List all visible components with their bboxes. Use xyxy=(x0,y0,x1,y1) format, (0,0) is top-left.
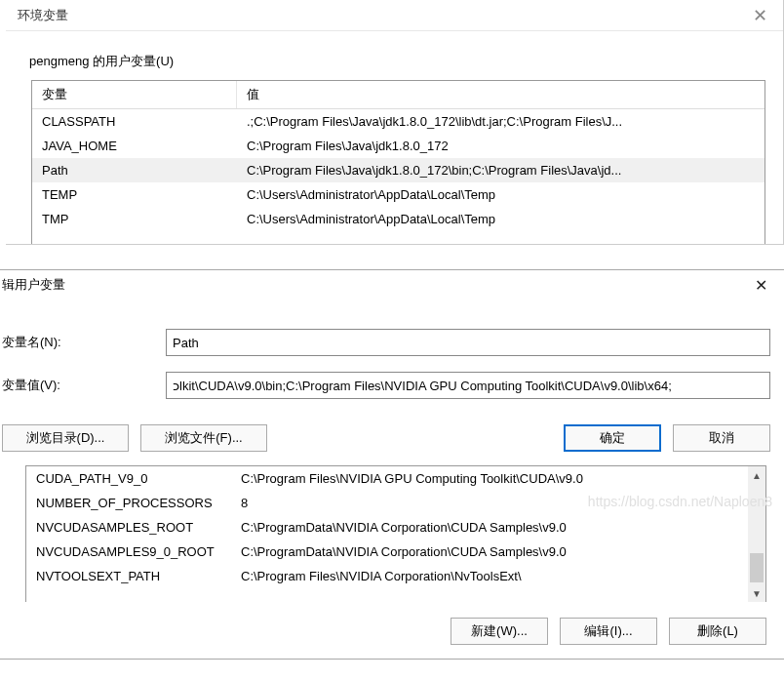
cancel-button[interactable]: 取消 xyxy=(673,424,770,452)
edit-button[interactable]: 编辑(I)... xyxy=(560,618,657,645)
table-row[interactable]: NVTOOLSEXT_PATHC:\Program Files\NVIDIA C… xyxy=(26,564,765,588)
table-row[interactable]: TMPC:\Users\Administrator\AppData\Local\… xyxy=(32,207,764,231)
table-row[interactable]: PathC:\Program Files\Java\jdk1.8.0_172\b… xyxy=(32,158,764,182)
title-bar: 环境变量 ✕ xyxy=(6,0,783,31)
cell-var: CUDA_PATH_V9_0 xyxy=(26,468,231,489)
col-variable[interactable]: 变量 xyxy=(32,81,237,108)
table-row[interactable]: CUDA_PATH_V9_0C:\Program Files\NVIDIA GP… xyxy=(26,466,765,491)
scroll-up-icon[interactable]: ▲ xyxy=(748,466,765,484)
user-vars-group-label: pengmeng 的用户变量(U) xyxy=(6,31,783,80)
scroll-thumb[interactable] xyxy=(750,553,764,582)
table-row[interactable]: CLASSPATH.;C:\Program Files\Java\jdk1.8.… xyxy=(32,109,764,134)
new-button[interactable]: 新建(W)... xyxy=(451,618,548,645)
delete-button[interactable]: 删除(L) xyxy=(669,618,766,645)
browse-dir-button[interactable]: 浏览目录(D)... xyxy=(2,424,129,452)
scrollbar[interactable]: ▲ ▼ xyxy=(748,466,765,602)
cell-val: C:\ProgramData\NVIDIA Corporation\CUDA S… xyxy=(231,541,765,562)
table-row[interactable]: NVCUDASAMPLES9_0_ROOTC:\ProgramData\NVID… xyxy=(26,540,765,564)
cell-var: TMP xyxy=(32,209,237,229)
var-value-label: 变量值(V): xyxy=(0,377,166,394)
cell-var: JAVA_HOME xyxy=(32,136,237,156)
cell-val: C:\Users\Administrator\AppData\Local\Tem… xyxy=(237,184,764,205)
cell-val: C:\Program Files\Java\jdk1.8.0_172 xyxy=(237,136,764,156)
cell-var: Path xyxy=(32,160,237,180)
user-vars-table[interactable]: 变量 值 CLASSPATH.;C:\Program Files\Java\jd… xyxy=(31,80,765,244)
system-vars-table[interactable]: CUDA_PATH_V9_0C:\Program Files\NVIDIA GP… xyxy=(25,465,766,602)
env-vars-dialog: 环境变量 ✕ pengmeng 的用户变量(U) 变量 值 CLASSPATH.… xyxy=(6,0,784,245)
var-name-input[interactable] xyxy=(166,329,770,356)
col-value[interactable]: 值 xyxy=(237,81,764,108)
cell-var: NVCUDASAMPLES_ROOT xyxy=(26,517,231,538)
edit-user-var-dialog: 辑用户变量 ✕ 变量名(N): 变量值(V): 浏览目录(D)... 浏览文件(… xyxy=(0,269,784,660)
scroll-down-icon[interactable]: ▼ xyxy=(748,584,765,602)
edit-dialog-title: 辑用户变量 xyxy=(2,276,65,294)
cell-val: C:\Program Files\NVIDIA Corporation\NvTo… xyxy=(231,566,765,586)
cell-val: C:\ProgramData\NVIDIA Corporation\CUDA S… xyxy=(231,517,765,538)
ok-button[interactable]: 确定 xyxy=(564,424,661,452)
cell-val: 8 xyxy=(231,493,765,513)
close-icon[interactable]: ✕ xyxy=(737,270,784,300)
browse-file-button[interactable]: 浏览文件(F)... xyxy=(140,424,267,452)
dialog-title: 环境变量 xyxy=(18,7,68,24)
table-row[interactable]: NVCUDASAMPLES_ROOTC:\ProgramData\NVIDIA … xyxy=(26,515,765,540)
cell-var: NVCUDASAMPLES9_0_ROOT xyxy=(26,541,231,562)
table-row[interactable]: NUMBER_OF_PROCESSORS8 xyxy=(26,491,765,515)
cell-val: C:\Program Files\NVIDIA GPU Computing To… xyxy=(231,468,765,489)
edit-title-bar: 辑用户变量 ✕ xyxy=(0,270,784,300)
var-name-label: 变量名(N): xyxy=(0,334,166,351)
cell-val: .;C:\Program Files\Java\jdk1.8.0_172\lib… xyxy=(237,111,764,132)
table-header: 变量 值 xyxy=(32,81,764,109)
cell-val: C:\Users\Administrator\AppData\Local\Tem… xyxy=(237,209,764,229)
close-icon[interactable]: ✕ xyxy=(736,0,783,31)
cell-var: NVTOOLSEXT_PATH xyxy=(26,566,231,586)
cell-var: CLASSPATH xyxy=(32,111,237,132)
table-row[interactable]: TEMPC:\Users\Administrator\AppData\Local… xyxy=(32,182,764,207)
cell-var: TEMP xyxy=(32,184,237,205)
cell-var: NUMBER_OF_PROCESSORS xyxy=(26,493,231,513)
table-row[interactable]: JAVA_HOMEC:\Program Files\Java\jdk1.8.0_… xyxy=(32,134,764,158)
var-value-input[interactable] xyxy=(166,372,770,399)
cell-val: C:\Program Files\Java\jdk1.8.0_172\bin;C… xyxy=(237,160,764,180)
